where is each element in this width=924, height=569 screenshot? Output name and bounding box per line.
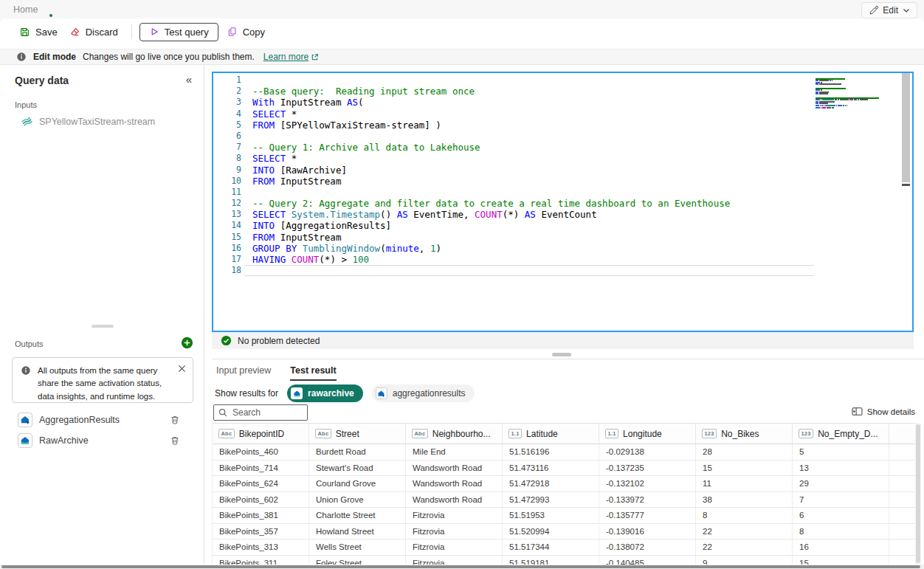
table-row[interactable]: BikePoints_313Wells StreetFitzrovia51.51… bbox=[213, 539, 916, 556]
sql-code-editor[interactable]: 12--Base query: Reading input stream onc… bbox=[212, 72, 914, 332]
table-cell: Wandsworth Road bbox=[406, 476, 503, 492]
show-details-button[interactable]: Show details bbox=[852, 407, 915, 416]
code-line[interactable]: 12-- Query 2: Aggregate and filter data … bbox=[213, 198, 912, 209]
delete-output-icon[interactable] bbox=[170, 415, 180, 425]
save-label: Save bbox=[35, 27, 58, 38]
column-header[interactable]: 1.1Latitude bbox=[503, 424, 599, 444]
panel-resize-handle[interactable] bbox=[552, 353, 571, 356]
query-editor-app: Home Edit Save Discard T bbox=[0, 0, 924, 569]
column-type-icon: Abc bbox=[218, 429, 235, 438]
tab-home[interactable]: Home bbox=[13, 4, 38, 15]
add-output-button[interactable] bbox=[181, 337, 193, 349]
table-cell: BikePoints_714 bbox=[213, 461, 309, 476]
info-icon bbox=[16, 52, 27, 62]
table-cell: Wells Street bbox=[309, 539, 406, 555]
table-cell: -0.139016 bbox=[599, 524, 696, 539]
tab-test-result[interactable]: Test result bbox=[290, 365, 336, 381]
code-line[interactable]: 18 bbox=[213, 265, 912, 276]
column-header[interactable]: AbcStreet bbox=[309, 424, 406, 444]
table-row[interactable]: BikePoints_357Howland StreetFitzrovia51.… bbox=[213, 524, 916, 540]
code-line[interactable]: 13SELECT System.Timestamp() AS EventTime… bbox=[213, 209, 912, 220]
lakehouse-icon bbox=[291, 387, 303, 399]
table-row[interactable]: BikePoints_460Burdett RoadMile End51.516… bbox=[213, 444, 916, 461]
table-scrollbar[interactable] bbox=[915, 423, 921, 565]
table-row[interactable]: BikePoints_714Stewart's RoadWandsworth R… bbox=[213, 461, 916, 477]
learn-more-label: Learn more bbox=[263, 52, 308, 62]
learn-more-link[interactable]: Learn more bbox=[263, 52, 319, 62]
output-item-label: AggregationResults bbox=[39, 415, 120, 425]
table-cell: Mile End bbox=[406, 444, 503, 460]
table-header: AbcBikepointIDAbcStreetAbcNeighbourho...… bbox=[213, 424, 916, 444]
table-row[interactable]: BikePoints_624Courland GroveWandsworth R… bbox=[213, 476, 916, 492]
code-line[interactable]: 3With InputStream AS( bbox=[213, 97, 912, 108]
toolbar-divider bbox=[131, 24, 132, 39]
table-cell: 5 bbox=[793, 444, 889, 460]
search-input[interactable] bbox=[231, 407, 300, 418]
output-item-aggregationresults[interactable]: AggregationResults bbox=[18, 412, 120, 428]
code-line[interactable]: 6 bbox=[213, 131, 912, 142]
editor-scrollbar-thumb[interactable] bbox=[902, 73, 910, 182]
save-icon bbox=[19, 27, 30, 38]
collapse-panel-icon[interactable]: « bbox=[186, 73, 192, 86]
check-circle-icon bbox=[221, 335, 232, 346]
edit-mode-dropdown[interactable]: Edit bbox=[861, 2, 917, 18]
inputs-outputs-resizer[interactable] bbox=[92, 325, 114, 328]
code-line[interactable]: 14INTO [AggregationResults] bbox=[213, 220, 912, 231]
close-icon[interactable] bbox=[178, 365, 186, 373]
code-line[interactable]: 1 bbox=[213, 75, 912, 86]
table-cell: Charlotte Street bbox=[309, 508, 406, 523]
code-line[interactable]: 7-- Query 1: Archive all data to Lakehou… bbox=[213, 142, 912, 153]
table-cell: -0.137235 bbox=[599, 461, 696, 476]
tab-input-preview[interactable]: Input preview bbox=[216, 365, 271, 381]
column-type-icon: 1.1 bbox=[605, 429, 618, 438]
table-cell: -0.138072 bbox=[599, 539, 696, 555]
column-header[interactable]: 123No_Bikes bbox=[696, 424, 793, 444]
table-cell: 51.517344 bbox=[503, 539, 599, 555]
test-query-button[interactable]: Test query bbox=[139, 23, 218, 41]
output-item-rawarchive[interactable]: RawArchive bbox=[18, 432, 89, 449]
horizontal-scrollbar[interactable] bbox=[0, 565, 924, 569]
horizontal-scrollbar-thumb[interactable] bbox=[1, 565, 920, 568]
show-results-row: Show results for rawarchive aggregationr… bbox=[215, 384, 475, 402]
column-type-icon: 123 bbox=[799, 429, 813, 438]
minimap[interactable] bbox=[816, 76, 883, 111]
pill-aggregationresults[interactable]: aggregationresults bbox=[372, 384, 475, 402]
code-line[interactable]: 16GROUP BY TumblingWindow(minute, 1) bbox=[213, 243, 912, 254]
output-item-label: RawArchive bbox=[39, 435, 89, 446]
table-cell: 13 bbox=[793, 461, 889, 476]
save-button[interactable]: Save bbox=[13, 23, 63, 41]
column-header[interactable]: AbcNeighbourho... bbox=[406, 424, 503, 444]
code-line[interactable]: 17HAVING COUNT(*) > 100 bbox=[213, 254, 912, 265]
column-header[interactable]: AbcBikepointID bbox=[213, 424, 309, 444]
column-header[interactable]: 1.1Longitude bbox=[599, 424, 696, 444]
edit-mode-banner: Edit mode Changes will go live once you … bbox=[0, 49, 924, 65]
code-line[interactable]: 8SELECT * bbox=[213, 153, 912, 164]
table-row[interactable]: BikePoints_602Union GroveWandsworth Road… bbox=[213, 492, 916, 508]
code-lines: 12--Base query: Reading input stream onc… bbox=[213, 75, 912, 276]
table-cell: 6 bbox=[793, 508, 889, 523]
code-line[interactable]: 9INTO [RawArchive] bbox=[213, 165, 912, 176]
pill-rawarchive[interactable]: rawarchive bbox=[287, 384, 363, 402]
table-cell: 51.51953 bbox=[503, 508, 599, 523]
info-icon bbox=[21, 365, 31, 376]
code-line[interactable]: 10FROM InputStream bbox=[213, 176, 912, 187]
external-link-icon bbox=[311, 53, 319, 61]
code-line[interactable]: 4SELECT * bbox=[213, 108, 912, 120]
code-line[interactable]: 2--Base query: Reading input stream once bbox=[213, 86, 912, 97]
results-table: AbcBikepointIDAbcStreetAbcNeighbourho...… bbox=[212, 423, 916, 569]
column-header[interactable]: 123No_Empty_D... bbox=[793, 424, 889, 444]
code-line[interactable]: 11 bbox=[213, 187, 912, 198]
input-item-stream[interactable]: SPYellowTaxiStream-stream bbox=[21, 115, 155, 128]
discard-button[interactable]: Discard bbox=[63, 23, 124, 41]
code-line[interactable]: 15FROM InputStream bbox=[213, 232, 912, 243]
outputs-info-card: All outputs from the same query share th… bbox=[12, 357, 193, 403]
table-row[interactable]: BikePoints_381Charlotte StreetFitzrovia5… bbox=[213, 508, 916, 524]
outputs-note: All outputs from the same query share th… bbox=[38, 365, 172, 403]
copy-label: Copy bbox=[243, 27, 265, 38]
delete-output-icon[interactable] bbox=[170, 435, 180, 446]
code-line[interactable]: 5FROM [SPYellowTaxiStream-stream] ) bbox=[213, 120, 912, 131]
discard-label: Discard bbox=[86, 27, 118, 38]
lakehouse-icon bbox=[18, 433, 32, 448]
copy-button[interactable]: Copy bbox=[221, 23, 271, 41]
table-cell: Courland Grove bbox=[309, 476, 406, 492]
